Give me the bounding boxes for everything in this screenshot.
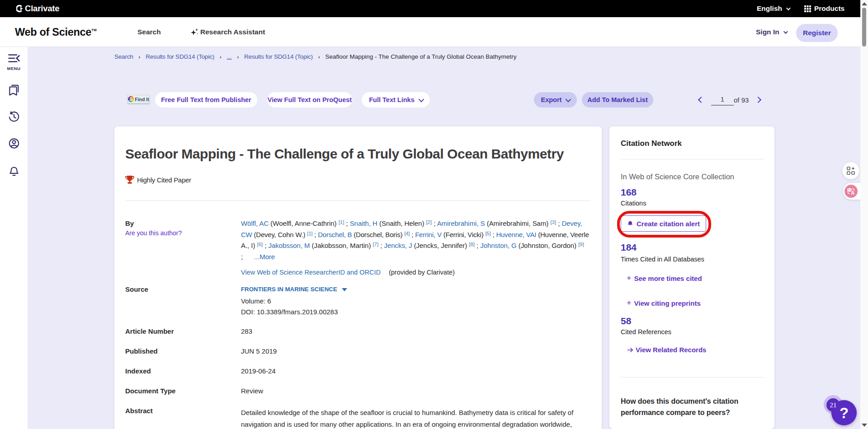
svg-text:A: A <box>851 190 855 196</box>
